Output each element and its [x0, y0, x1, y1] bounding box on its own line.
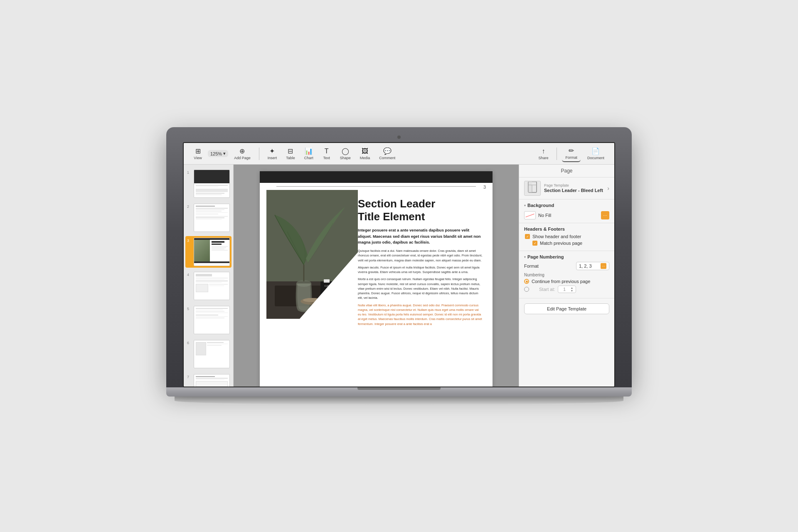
page-body-text-2: Aliquam iaculis. Fusce et ipsum et nulla…	[358, 265, 483, 275]
start-at-input[interactable]: 1 ▲ ▼	[558, 286, 576, 293]
laptop-base	[166, 387, 632, 397]
stepper-up-button[interactable]: ▲	[570, 286, 574, 289]
template-label: Page Template	[544, 183, 604, 187]
add-page-icon: ⊕	[239, 147, 245, 155]
start-at-control: Start at: 1 ▲ ▼	[532, 286, 576, 293]
page-thumbnails-sidebar: 1	[184, 165, 234, 387]
sidebar-page-1[interactable]: 1	[185, 168, 232, 200]
template-name: Section Leader - Bleed Left	[544, 188, 604, 193]
view-label: View	[194, 156, 202, 160]
stepper-down-button[interactable]: ▼	[570, 289, 574, 292]
page-number-6: 6	[187, 340, 191, 345]
text-icon: T	[325, 148, 329, 155]
page-number-5: 5	[187, 306, 191, 311]
page-top-bar	[260, 171, 493, 183]
background-chevron-icon: ▾	[524, 204, 526, 207]
page-lead-text: Integer posuere erat a ante venenatis da…	[358, 227, 483, 245]
format-label: Format	[565, 155, 577, 160]
toolbar-separator-2	[557, 148, 557, 160]
sidebar-page-5[interactable]: 5	[185, 304, 232, 336]
media-icon: 🖼	[362, 148, 368, 155]
comment-icon: 💬	[383, 147, 392, 155]
page-content-area: CANDLE	[260, 190, 493, 335]
sidebar-page-6[interactable]: 6	[185, 338, 232, 370]
start-at-row: Start at: 1 ▲ ▼	[524, 286, 609, 293]
share-icon: ↑	[542, 148, 545, 155]
right-panel: Page	[519, 165, 614, 387]
text-button[interactable]: T Text	[319, 146, 334, 162]
page-title: Section LeaderTitle Element	[358, 197, 483, 223]
continue-from-previous-radio[interactable]	[524, 279, 529, 284]
white-triangle-overlay	[300, 252, 358, 319]
page-thumb-3	[194, 238, 230, 266]
match-previous-page-row: Match previous page	[524, 241, 609, 246]
background-options-button[interactable]: ⋯	[601, 211, 609, 219]
view-button[interactable]: ⊞ View	[190, 145, 205, 162]
document-tab[interactable]: 📄 Document	[584, 145, 608, 162]
page-body-text-4: Nulla vitae elit libero, a pharetra augu…	[358, 303, 483, 326]
laptop-shadow	[175, 397, 623, 405]
page-thumb-1	[194, 170, 230, 198]
headers-footers-section: Headers & Footers Show header and footer…	[519, 223, 614, 251]
app-container: ⊞ View 125% ▾ ⊕ Add Page	[184, 143, 614, 387]
comment-button[interactable]: 💬 Comment	[376, 145, 399, 162]
chart-button[interactable]: 📊 Chart	[301, 145, 317, 162]
main-content: 1	[184, 165, 614, 387]
table-button[interactable]: ⊟ Table	[283, 145, 298, 162]
sidebar-page-7[interactable]: 7	[185, 372, 232, 387]
laptop-container: ⊞ View 125% ▾ ⊕ Add Page	[166, 127, 632, 405]
shape-label: Shape	[340, 156, 351, 160]
insert-button[interactable]: ✦ Insert	[264, 145, 281, 162]
page-canvas: 3	[260, 171, 493, 387]
insert-icon: ✦	[269, 147, 275, 155]
no-fill-swatch[interactable]	[524, 211, 536, 219]
zoom-control[interactable]: 125% ▾	[208, 150, 228, 157]
format-tab[interactable]: ✏ Format	[562, 145, 581, 162]
page-divider-line	[276, 186, 476, 187]
page-left-column: CANDLE	[260, 190, 351, 335]
comment-label: Comment	[379, 156, 395, 160]
add-page-button[interactable]: ⊕ Add Page	[231, 145, 254, 162]
headers-footers-title: Headers & Footers	[524, 227, 609, 232]
media-button[interactable]: 🖼 Media	[357, 146, 374, 162]
toolbar-separator-1	[259, 148, 259, 160]
view-icon: ⊞	[195, 147, 201, 155]
page-body-text-3: Morbi a est quis orci consequat rutrum. …	[358, 277, 483, 300]
page-numbering-header[interactable]: ▾ Page Numbering	[524, 254, 609, 259]
sidebar-page-4[interactable]: 4	[185, 270, 232, 302]
zoom-chevron-icon: ▾	[223, 151, 226, 156]
panel-title: Page	[519, 165, 614, 177]
format-select[interactable]: 1, 2, 3 ⋯	[576, 262, 609, 270]
match-previous-page-checkbox[interactable]	[532, 241, 537, 246]
start-at-radio[interactable]	[524, 287, 529, 292]
show-header-footer-checkbox[interactable]	[525, 234, 530, 239]
background-section-header[interactable]: ▾ Background	[524, 203, 609, 208]
share-button[interactable]: ↑ Share	[535, 146, 552, 162]
document-label: Document	[587, 156, 604, 160]
page-number-1: 1	[187, 170, 191, 175]
format-label: Format	[524, 264, 539, 268]
table-icon: ⊟	[288, 147, 293, 155]
sidebar-page-3[interactable]: 3	[185, 236, 232, 268]
page-number-2: 2	[187, 204, 191, 209]
document-icon: 📄	[591, 147, 600, 155]
background-title: Background	[527, 203, 554, 208]
svg-rect-11	[528, 182, 532, 192]
page-body-text-1: Quisque facilisis erat a dui. Nam malesu…	[358, 249, 483, 263]
share-label: Share	[538, 156, 548, 160]
laptop-body: ⊞ View 125% ▾ ⊕ Add Page	[166, 127, 632, 387]
template-icon-box	[524, 181, 541, 196]
toolbar: ⊞ View 125% ▾ ⊕ Add Page	[184, 143, 614, 165]
start-at-value: 1	[560, 287, 569, 292]
zoom-value: 125%	[210, 151, 222, 156]
page-numbering-chevron-icon: ▾	[524, 255, 526, 259]
page-image: CANDLE	[266, 190, 358, 319]
page-thumb-2	[194, 204, 230, 232]
shape-button[interactable]: ◯ Shape	[337, 145, 354, 162]
edit-page-template-button[interactable]: Edit Page Template	[524, 303, 609, 314]
format-row: Format 1, 2, 3 ⋯	[524, 262, 609, 270]
template-expand-chevron-icon[interactable]: ›	[607, 185, 609, 192]
match-previous-label: Match previous page	[540, 241, 582, 246]
text-label: Text	[323, 156, 330, 160]
sidebar-page-2[interactable]: 2	[185, 202, 232, 234]
